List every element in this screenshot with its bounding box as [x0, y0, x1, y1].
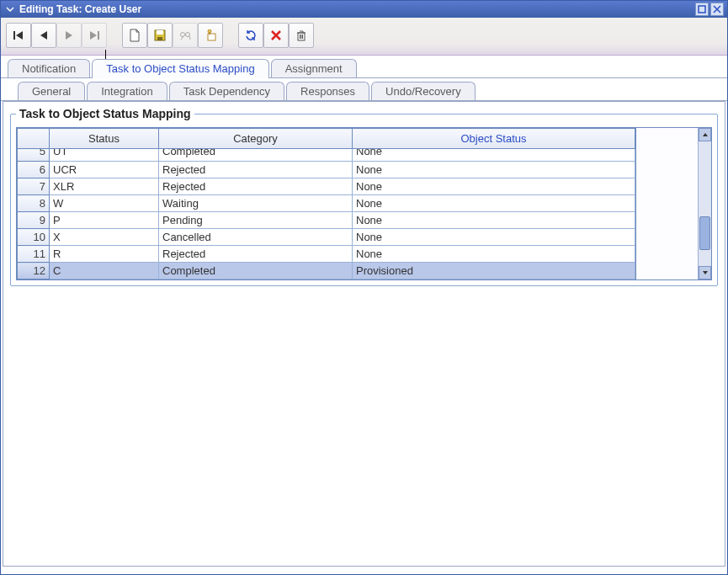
secondary-tab-row: General Integration Task Dependency Resp…: [1, 82, 727, 101]
row-number-cell[interactable]: 7: [18, 178, 50, 195]
object-status-cell[interactable]: None: [353, 246, 635, 263]
object-status-header[interactable]: Object Status: [353, 129, 635, 149]
table-row[interactable]: 12CCompletedProvisioned: [18, 263, 635, 280]
scroll-thumb[interactable]: [699, 216, 710, 250]
scroll-down-button[interactable]: [699, 266, 711, 280]
object-status-cell[interactable]: None: [353, 162, 635, 178]
object-status-cell[interactable]: None: [353, 212, 635, 229]
grid-scroll-gutter: [635, 128, 711, 280]
content-area: Task to Object Status Mapping Status Cat…: [3, 101, 725, 567]
new-button[interactable]: [122, 23, 147, 48]
row-number-header[interactable]: [18, 129, 50, 149]
tab-general[interactable]: General: [18, 82, 85, 101]
status-cell[interactable]: W: [50, 195, 159, 212]
object-status-cell[interactable]: Provisioned: [353, 263, 635, 280]
row-number-cell[interactable]: 11: [18, 246, 50, 263]
object-status-cell[interactable]: None: [353, 178, 635, 195]
data-grid: Status Category Object Status 5UTComplet…: [16, 127, 712, 280]
category-cell[interactable]: Completed: [159, 149, 353, 162]
window-title: Editing Task: Create User: [19, 3, 695, 15]
row-number-cell[interactable]: 12: [18, 263, 50, 280]
trash-button[interactable]: [289, 23, 314, 48]
row-number-cell[interactable]: 5: [18, 149, 50, 162]
tab-undo-recovery[interactable]: Undo/Recovery: [371, 82, 476, 101]
toolbar: [1, 18, 727, 56]
mapping-fieldset: Task to Object Status Mapping Status Cat…: [10, 107, 718, 286]
object-status-cell[interactable]: None: [353, 149, 635, 162]
category-cell[interactable]: Rejected: [159, 246, 353, 263]
scroll-track[interactable]: [699, 141, 711, 266]
status-header[interactable]: Status: [50, 129, 159, 149]
delete-x-button[interactable]: [263, 23, 289, 48]
category-header[interactable]: Category: [159, 129, 353, 149]
category-cell[interactable]: Waiting: [159, 195, 353, 212]
last-record-button: [82, 23, 107, 48]
tab-task-to-object-status-mapping[interactable]: Task to Object Status Mapping: [92, 59, 268, 78]
svg-point-6: [181, 33, 185, 37]
status-cell[interactable]: XLR: [50, 178, 159, 195]
refresh-button[interactable]: [238, 23, 263, 48]
status-cell[interactable]: UCR: [50, 162, 159, 178]
maximize-button[interactable]: [695, 3, 709, 16]
table-row[interactable]: 9PPendingNone: [18, 212, 635, 229]
tab-task-dependency[interactable]: Task Dependency: [169, 82, 284, 101]
svg-rect-2: [98, 31, 99, 40]
app-window: Editing Task: Create User: [0, 0, 728, 575]
status-cell[interactable]: P: [50, 212, 159, 229]
status-cell[interactable]: X: [50, 229, 159, 246]
category-cell[interactable]: Pending: [159, 212, 353, 229]
title-menu-chevron-icon[interactable]: [4, 3, 16, 15]
status-cell[interactable]: UT: [50, 149, 159, 162]
tab-notification[interactable]: Notification: [8, 59, 90, 78]
tab-responses[interactable]: Responses: [286, 82, 369, 101]
table-row[interactable]: 8WWaitingNone: [18, 195, 635, 212]
tab-assignment[interactable]: Assignment: [271, 59, 357, 78]
category-cell[interactable]: Rejected: [159, 178, 353, 195]
svg-rect-1: [13, 31, 15, 40]
status-cell[interactable]: C: [50, 263, 159, 280]
vertical-scrollbar[interactable]: [698, 128, 711, 280]
status-mapping-table[interactable]: Status Category Object Status 5UTComplet…: [17, 128, 635, 280]
table-row[interactable]: 6UCRRejectedNone: [18, 162, 635, 178]
row-number-cell[interactable]: 9: [18, 212, 50, 229]
close-button[interactable]: [710, 3, 724, 16]
svg-rect-4: [157, 30, 163, 35]
table-row[interactable]: 11RRejectedNone: [18, 246, 635, 263]
find-button: [173, 23, 198, 48]
category-cell[interactable]: Rejected: [159, 162, 353, 178]
primary-tab-row: Notification Task to Object Status Mappi…: [1, 59, 727, 78]
tab-integration[interactable]: Integration: [87, 82, 167, 101]
scroll-up-button[interactable]: [699, 128, 711, 141]
prev-record-button[interactable]: [31, 23, 56, 48]
next-record-button: [56, 23, 82, 48]
save-button[interactable]: [147, 23, 173, 48]
svg-point-7: [186, 33, 190, 37]
svg-rect-0: [699, 6, 705, 13]
fieldset-legend: Task to Object Status Mapping: [16, 107, 194, 120]
svg-point-9: [208, 29, 211, 33]
row-number-cell[interactable]: 10: [18, 229, 50, 246]
category-cell[interactable]: Completed: [159, 263, 353, 280]
object-status-cell[interactable]: None: [353, 195, 635, 212]
row-number-cell[interactable]: 6: [18, 162, 50, 178]
status-cell[interactable]: R: [50, 246, 159, 263]
row-number-cell[interactable]: 8: [18, 195, 50, 212]
notes-button[interactable]: [198, 23, 223, 48]
table-row[interactable]: 7XLRRejectedNone: [18, 178, 635, 195]
category-cell[interactable]: Cancelled: [159, 229, 353, 246]
table-row[interactable]: 5UTCompletedNone: [18, 149, 635, 162]
title-bar: Editing Task: Create User: [1, 1, 727, 18]
first-record-button[interactable]: [6, 23, 31, 48]
table-row[interactable]: 10XCancelledNone: [18, 229, 635, 246]
object-status-cell[interactable]: None: [353, 229, 635, 246]
svg-rect-5: [157, 37, 162, 40]
svg-rect-8: [208, 34, 215, 40]
